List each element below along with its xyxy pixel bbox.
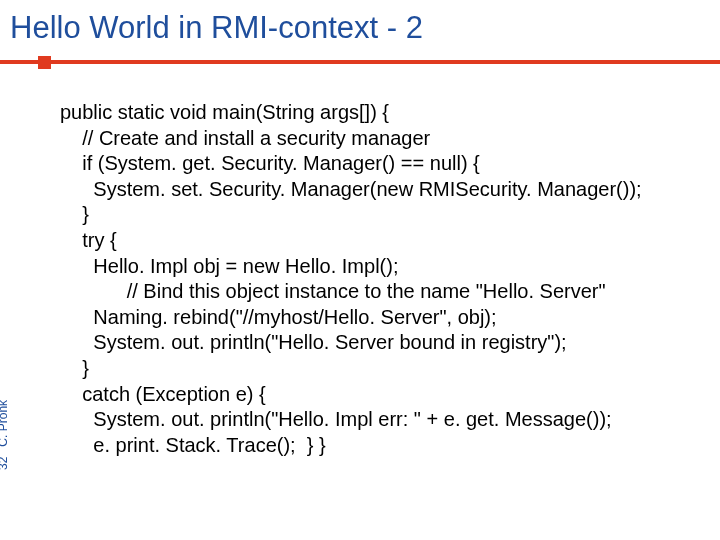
page-number: 32 [0, 457, 10, 470]
code-line: e. print. Stack. Trace(); } } [60, 434, 326, 456]
code-line: Hello. Impl obj = new Hello. Impl(); [60, 255, 398, 277]
code-line: if (System. get. Security. Manager() == … [60, 152, 480, 174]
slide-footer: 32 C. Pronk [0, 400, 10, 470]
author-name: C. Pronk [0, 400, 10, 447]
code-line: // Create and install a security manager [60, 127, 430, 149]
code-line: } [60, 357, 89, 379]
code-line: System. out. println("Hello. Impl err: "… [60, 408, 612, 430]
slide-content: public static void main(String args[]) {… [0, 70, 720, 458]
code-line: try { [60, 229, 117, 251]
title-divider [0, 56, 720, 70]
code-line: System. set. Security. Manager(new RMISe… [60, 178, 642, 200]
slide-title: Hello World in RMI-context - 2 [0, 0, 720, 52]
divider-line [0, 60, 720, 64]
code-block: public static void main(String args[]) {… [60, 100, 702, 458]
code-line: public static void main(String args[]) { [60, 101, 389, 123]
code-line: Naming. rebind("//myhost/Hello. Server",… [60, 306, 497, 328]
code-line: catch (Exception e) { [60, 383, 266, 405]
code-line: } [60, 203, 89, 225]
code-line: System. out. println("Hello. Server boun… [60, 331, 567, 353]
divider-marker [38, 56, 51, 69]
code-line: // Bind this object instance to the name… [60, 280, 606, 302]
